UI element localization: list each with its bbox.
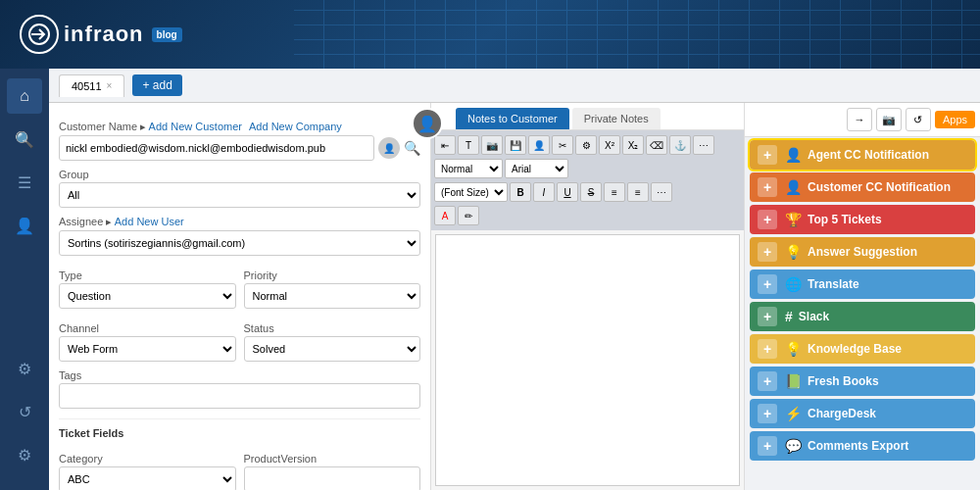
app-label-0: Agent CC Notification [808, 148, 929, 162]
logo-area: infraon blog [20, 15, 182, 54]
notes-to-customer-tab[interactable]: Notes to Customer [456, 108, 569, 129]
toolbar-btn-10[interactable]: ⌫ [646, 135, 667, 155]
app-item-1[interactable]: + 👤 Customer CC Notification [750, 172, 975, 202]
italic-btn[interactable]: I [533, 182, 555, 202]
app-icon-5: # [785, 309, 793, 324]
apps-back-btn[interactable]: → [847, 108, 872, 131]
ticket-fields-title: Ticket Fields [59, 418, 420, 439]
app-item-2[interactable]: + 🏆 Top 5 Tickets [750, 205, 975, 234]
sidebar-refresh-icon[interactable]: ↺ [7, 394, 42, 429]
highlight-btn[interactable]: ✏ [458, 206, 479, 225]
apps-refresh-btn[interactable]: ↺ [906, 108, 931, 131]
sidebar-settings2-icon[interactable]: ⚙ [7, 437, 42, 472]
group-select[interactable]: All [59, 182, 420, 208]
toolbar-btn-12[interactable]: ⋯ [693, 135, 714, 155]
app-item-4[interactable]: + 🌐 Translate [750, 270, 975, 299]
editor-area[interactable] [435, 234, 740, 486]
sidebar-list-icon[interactable]: ☰ [7, 165, 42, 200]
add-company-link[interactable]: Add New Company [249, 121, 342, 132]
font-select[interactable]: Arial [505, 159, 568, 178]
app-label-7: Fresh Books [808, 374, 879, 388]
category-select[interactable]: ABC [59, 466, 236, 490]
tags-label: Tags [59, 369, 420, 381]
assignee-select[interactable]: Sortins (sotiriszegiannis@gmail.com) [59, 230, 420, 256]
app-icon-9: 💬 [785, 438, 802, 454]
sidebar-settings1-icon[interactable]: ⚙ [7, 351, 42, 386]
customer-input[interactable] [59, 135, 374, 161]
top-banner: infraon blog [0, 0, 980, 69]
app-item-0[interactable]: + 👤 Agent CC Notification [750, 140, 975, 170]
align-center-btn[interactable]: ≡ [627, 182, 649, 202]
blog-badge: blog [152, 27, 182, 42]
toolbar-btn-3[interactable]: 📷 [481, 135, 503, 155]
sidebar-home-icon[interactable]: ⌂ [7, 78, 42, 114]
app-item-3[interactable]: + 💡 Answer Suggestion [750, 237, 975, 267]
customer-input-row: 👤 🔍 [59, 135, 420, 161]
priority-group: Priority Normal [244, 262, 421, 309]
category-product-row: Category ABC ProductVersion [59, 445, 420, 490]
tab-close-btn[interactable]: × [107, 80, 113, 91]
app-icon-3: 💡 [785, 244, 802, 260]
logo-text: infraon [64, 22, 144, 47]
tab-bar: 40511 × + add [49, 69, 980, 103]
private-notes-tab[interactable]: Private Notes [572, 108, 661, 129]
toolbar-btn-9[interactable]: X₂ [622, 135, 644, 155]
bold-btn[interactable]: B [510, 182, 531, 202]
format-select[interactable]: Normal [434, 159, 503, 178]
toolbar-btn-8[interactable]: X² [599, 135, 620, 155]
toolbar-btn-4[interactable]: 💾 [505, 135, 526, 155]
app-icon-2: 🏆 [785, 212, 802, 227]
app-icon-0: 👤 [785, 147, 802, 163]
align-left-btn[interactable]: ≡ [604, 182, 625, 202]
app-item-8[interactable]: + ⚡ ChargeDesk [750, 399, 975, 428]
toolbar-btn-5[interactable]: 👤 [528, 135, 550, 155]
sidebar-search-icon[interactable]: 🔍 [7, 122, 42, 157]
app-item-6[interactable]: + 💡 Knowledge Base [750, 334, 975, 364]
toolbar-btn-11[interactable]: ⚓ [669, 135, 691, 155]
app-item-7[interactable]: + 📗 Fresh Books [750, 367, 975, 396]
app-plus-0: + [758, 145, 777, 165]
app-icon-6: 💡 [785, 341, 802, 357]
toolbar-btn-2[interactable]: T [458, 135, 479, 155]
toolbar-btn-6[interactable]: ✂ [552, 135, 573, 155]
user-avatar: 👤 [412, 108, 443, 139]
priority-label: Priority [244, 270, 421, 281]
status-select[interactable]: Solved [244, 336, 421, 362]
sidebar-user-icon[interactable]: 👤 [7, 208, 42, 243]
product-version-input[interactable] [244, 466, 421, 490]
priority-select[interactable]: Normal [244, 283, 421, 309]
size-select[interactable]: (Font Size) [434, 182, 508, 202]
left-sidebar: ⌂ 🔍 ☰ 👤 ⚙ ↺ ⚙ [0, 69, 49, 490]
strikethrough-btn[interactable]: S [580, 182, 602, 202]
editor-toolbar: ⇤ T 📷 💾 👤 ✂ ⚙ X² X₂ ⌫ ⚓ ⋯ [431, 130, 744, 230]
channel-select[interactable]: Web Form [59, 336, 236, 362]
form-panel: Customer Name ▸ Add New Customer Add New… [49, 103, 431, 490]
tags-input[interactable] [59, 383, 420, 409]
tab-label: 40511 [72, 80, 102, 92]
apps-tab-button[interactable]: Apps [935, 111, 975, 128]
app-icon-1: 👤 [785, 179, 802, 195]
customer-label: Customer Name ▸ Add New Customer Add New… [59, 121, 420, 133]
ticket-tab[interactable]: 40511 × [59, 74, 124, 97]
app-item-5[interactable]: + # Slack [750, 302, 975, 331]
add-tab-button[interactable]: + add [132, 74, 181, 96]
app-plus-2: + [758, 210, 777, 229]
app-plus-4: + [758, 274, 777, 294]
search-customer-icon[interactable]: 🔍 [404, 140, 420, 156]
underline-btn[interactable]: U [557, 182, 578, 202]
customer-avatar: 👤 [378, 137, 400, 159]
toolbar-btn-7[interactable]: ⚙ [575, 135, 597, 155]
type-select[interactable]: Question [59, 283, 236, 309]
toolbar-btn-1[interactable]: ⇤ [434, 135, 456, 155]
more-options-btn[interactable]: ⋯ [651, 182, 672, 202]
main-panel: Customer Name ▸ Add New Customer Add New… [49, 103, 980, 490]
notes-panel: 👤 Notes to Customer Private Notes ⇤ T 📷 … [431, 103, 745, 490]
product-version-label: ProductVersion [244, 453, 421, 465]
add-customer-link[interactable]: Add New Customer [149, 121, 242, 132]
add-user-link[interactable]: Add New User [115, 216, 184, 227]
color-btn[interactable]: A [434, 206, 456, 225]
apps-photo-btn[interactable]: 📷 [876, 108, 902, 131]
app-label-3: Answer Suggestion [808, 245, 917, 259]
app-item-9[interactable]: + 💬 Comments Export [750, 431, 975, 461]
apps-toolbar: → 📷 ↺ Apps [745, 103, 980, 137]
